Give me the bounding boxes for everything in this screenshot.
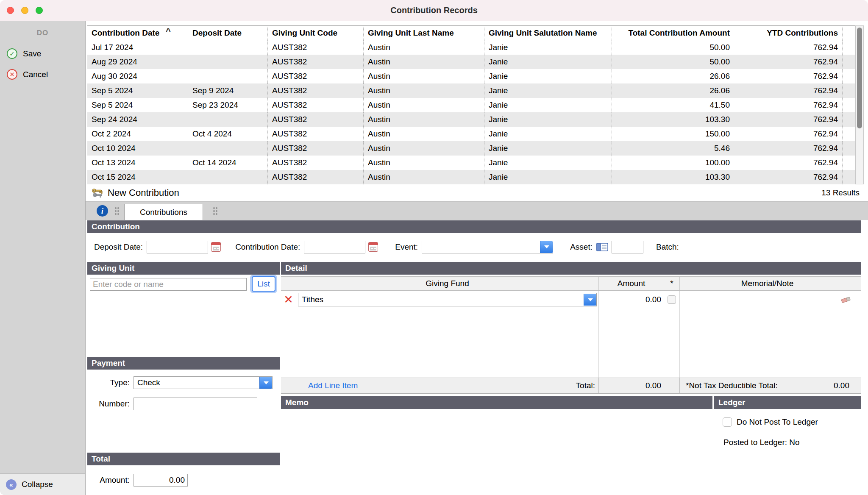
table-cell: Oct 2 2024 [87,127,188,141]
calendar-icon[interactable] [368,242,378,252]
memo-textarea[interactable] [281,409,712,495]
detail-column-star: * [664,277,680,290]
detail-table-body [281,309,861,378]
chevron-down-icon[interactable] [584,294,596,306]
table-cell: Sep 23 2024 [188,98,268,112]
add-line-item-button[interactable]: Add Line Item [308,381,358,390]
column-header-contribution-date[interactable]: Contribution Date ^ [87,26,188,40]
new-contribution-button[interactable]: New Contribution [108,187,179,198]
asset-input[interactable] [612,241,643,253]
list-button[interactable]: List [252,276,275,292]
not-tax-deductible-checkbox[interactable] [668,295,676,304]
table-cell-filler [843,98,855,112]
save-button[interactable]: ✓ Save [0,48,85,59]
table-cell: AUST382 [268,112,364,127]
contribution-date-input[interactable] [304,241,365,253]
eraser-icon[interactable] [840,295,851,304]
column-header-total-contribution-amount[interactable]: Total Contribution Amount [612,26,736,40]
table-cell: AUST382 [268,40,364,55]
chevron-down-icon[interactable] [259,377,272,389]
table-row[interactable]: Sep 24 2024AUST382AustinJanie103.30762.9… [87,112,855,127]
table-cell: Austin [364,170,484,184]
new-contribution-bar: New Contribution 13 Results [87,184,861,201]
table-cell-filler [843,55,855,69]
records-table-body: Jul 17 2024AUST382AustinJanie50.00762.94… [87,40,855,184]
drag-handle-icon[interactable] [115,207,117,209]
table-cell-filler [843,112,855,127]
close-button[interactable] [7,7,14,14]
giving-unit-section-header: Giving Unit [87,262,280,275]
table-cell: Austin [364,69,484,83]
drag-handle-icon[interactable] [213,207,215,209]
sort-ascending-icon: ^ [165,26,171,37]
delete-row-icon[interactable]: ✕ [284,294,293,306]
asset-label: Asset: [570,242,593,252]
giving-unit-panel: List Payment Type: Check Number: Total A… [87,275,280,495]
table-cell: Janie [484,69,612,83]
payment-type-dropdown[interactable]: Check [134,376,273,389]
table-cell: 50.00 [612,40,736,55]
table-row[interactable]: Sep 5 2024Sep 23 2024AUST382AustinJanie4… [87,98,855,112]
table-row[interactable]: Aug 30 2024AUST382AustinJanie26.06762.94 [87,69,855,83]
table-cell: Oct 13 2024 [87,156,188,170]
records-scrollbar[interactable] [855,25,864,184]
chevrons-left-icon: « [6,479,17,490]
event-label: Event: [395,242,418,252]
deposit-date-input[interactable] [147,241,208,253]
do-not-post-checkbox[interactable] [723,417,732,427]
table-row[interactable]: Oct 10 2024AUST382AustinJanie5.46762.94 [87,141,855,156]
memorial-note-cell[interactable] [680,291,855,309]
table-cell: AUST382 [268,170,364,184]
total-amount-input[interactable] [134,474,188,487]
column-header-giving-unit-last-name[interactable]: Giving Unit Last Name [364,26,484,40]
records-table: Contribution Date ^ Deposit Date Giving … [87,25,855,185]
table-cell-filler [843,156,855,170]
info-icon[interactable]: i [97,205,108,217]
table-cell: 150.00 [612,127,736,141]
event-dropdown[interactable] [422,241,553,253]
batch-label: Batch: [656,242,679,252]
column-header-ytd-contributions[interactable]: YTD Contributions [736,26,843,40]
table-row[interactable]: Oct 2 2024Oct 4 2024AUST382AustinJanie15… [87,127,855,141]
table-cell: 26.06 [612,69,736,83]
giving-unit-search-input[interactable] [90,278,247,291]
table-row[interactable]: Aug 29 2024AUST382AustinJanie50.00762.94 [87,55,855,69]
chevron-down-icon[interactable] [540,241,553,253]
table-cell: 103.30 [612,170,736,184]
tab-contributions[interactable]: Contributions [124,204,203,220]
table-cell: Janie [484,40,612,55]
line-amount-value[interactable]: 0.00 [599,291,664,309]
table-cell [188,141,268,156]
cancel-button[interactable]: ✕ Cancel [0,69,85,80]
table-cell-filler [843,69,855,83]
table-cell [188,112,268,127]
do-not-post-label: Do Not Post To Ledger [737,417,818,427]
detail-line-item-row: ✕ Tithes 0.00 [281,291,861,309]
table-row[interactable]: Sep 5 2024Sep 9 2024AUST382AustinJanie26… [87,83,855,98]
column-header-giving-unit-code[interactable]: Giving Unit Code [268,26,364,40]
table-cell: 762.94 [736,69,843,83]
column-header-deposit-date[interactable]: Deposit Date [188,26,268,40]
table-cell: Sep 24 2024 [87,112,188,127]
asset-book-icon[interactable] [596,242,608,252]
table-row[interactable]: Oct 13 2024Oct 14 2024AUST382AustinJanie… [87,156,855,170]
traffic-lights [7,0,43,21]
collapse-button[interactable]: « Collapse [0,473,85,495]
ntd-total-label: *Not Tax Deductible Total: [686,381,778,390]
table-cell: Austin [364,127,484,141]
column-header-giving-unit-salutation-name[interactable]: Giving Unit Salutation Name [484,26,612,40]
records-scrollbar-thumb[interactable] [857,28,862,128]
table-row[interactable]: Oct 15 2024AUST382AustinJanie103.30762.9… [87,170,855,184]
deposit-date-label: Deposit Date: [94,242,143,252]
giving-fund-dropdown[interactable]: Tithes [298,293,597,306]
table-cell: 762.94 [736,170,843,184]
table-cell: Austin [364,98,484,112]
table-row[interactable]: Jul 17 2024AUST382AustinJanie50.00762.94 [87,40,855,55]
calendar-icon[interactable] [211,242,221,252]
zoom-button[interactable] [36,7,43,14]
table-cell: Oct 14 2024 [188,156,268,170]
table-cell: Austin [364,141,484,156]
memo-section-header: Memo [281,396,712,409]
minimize-button[interactable] [21,7,28,14]
payment-number-input[interactable] [134,398,257,410]
